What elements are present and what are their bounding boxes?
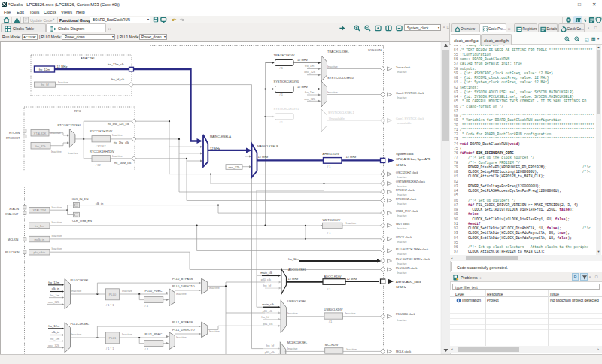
svg-text:12 MHz: 12 MHz bbox=[57, 65, 68, 68]
svg-text:XTAL32M: XTAL32M bbox=[32, 208, 46, 212]
svg-text:PLL1_BYPASS: PLL1_BYPASS bbox=[172, 320, 193, 324]
svg-text:SYSTICKCLKSEL0: SYSTICKCLKSEL0 bbox=[327, 76, 354, 80]
svg-text:fro_12m: fro_12m bbox=[48, 324, 59, 328]
svg-text:RTCXIN: RTCXIN bbox=[9, 132, 20, 135]
svg-text:fro_1m: fro_1m bbox=[35, 224, 44, 228]
svg-text:/ 4: / 4 bbox=[145, 304, 149, 308]
svg-text:MCLKDIV: MCLKDIV bbox=[325, 343, 339, 347]
svg-text:CLK_USB_EN: CLK_USB_EN bbox=[72, 219, 92, 223]
svg-text:Inactive: Inactive bbox=[397, 71, 407, 74]
svg-text:ASYNCADC_clock: ASYNCADC_clock bbox=[396, 280, 421, 284]
svg-text:/ 1: / 1 bbox=[327, 287, 331, 291]
svg-text:/ 32: / 32 bbox=[96, 163, 101, 167]
svg-text:PLUCLKIN clock: PLUCLKIN clock bbox=[396, 267, 417, 270]
svg-text:/ 1: / 1 bbox=[327, 165, 331, 168]
svg-text:RTCCLK1KHZDIV: RTCCLK1KHZDIV bbox=[90, 150, 114, 153]
svg-text:Inactive: Inactive bbox=[58, 80, 69, 84]
svg-text:Inactive: Inactive bbox=[397, 202, 407, 205]
svg-text:PLL0CLKSEL: PLL0CLKSEL bbox=[71, 278, 90, 282]
svg-text:main_clk: main_clk bbox=[260, 271, 272, 275]
svg-text:Inactive: Inactive bbox=[397, 253, 407, 256]
svg-text:Inactive: Inactive bbox=[71, 289, 83, 293]
svg-text:SYSTICKCLKDIV1: SYSTICKCLKDIV1 bbox=[274, 107, 300, 111]
svg-text:PLL1CLKSEL: PLL1CLKSEL bbox=[71, 322, 90, 326]
svg-text:rtc_1hz_clk: rtc_1hz_clk bbox=[114, 141, 129, 144]
svg-text:PLL1_PDEC: PLL1_PDEC bbox=[145, 332, 163, 336]
svg-text:/ 4: / 4 bbox=[145, 347, 149, 351]
svg-text:osc_32k: osc_32k bbox=[48, 344, 59, 347]
svg-text:Inactive: Inactive bbox=[346, 221, 357, 225]
svg-text:Inactive: Inactive bbox=[176, 335, 187, 339]
svg-text:Inactive: Inactive bbox=[397, 262, 407, 265]
svg-text:fro_1m: fro_1m bbox=[305, 64, 315, 68]
svg-text:PLU GLITCH 12MHz clock: PLU GLITCH 12MHz clock bbox=[396, 258, 430, 261]
svg-text:MAINCLKSELB: MAINCLKSELB bbox=[257, 144, 278, 148]
svg-text:/ 32767: / 32767 bbox=[96, 144, 106, 148]
svg-text:Inactive: Inactive bbox=[287, 347, 299, 350]
svg-text:Inactive: Inactive bbox=[71, 332, 83, 336]
svg-text:/ 1: / 1 bbox=[280, 120, 284, 124]
svg-text:osc_32k: osc_32k bbox=[304, 70, 315, 74]
svg-text:/ 1 * 1: / 1 * 1 bbox=[106, 347, 114, 350]
svg-text:Inactive: Inactive bbox=[51, 150, 62, 153]
svg-text:UTICK clock: UTICK clock bbox=[396, 236, 412, 239]
svg-text:/ 1: / 1 bbox=[280, 66, 284, 70]
svg-text:CPU, AHB bus, Sync APB: CPU, AHB bus, Sync APB bbox=[396, 157, 431, 161]
svg-text:ANACTRL: ANACTRL bbox=[81, 56, 96, 60]
svg-text:Inactive: Inactive bbox=[112, 133, 123, 137]
svg-text:pll0_clk: pll0_clk bbox=[263, 309, 272, 313]
svg-text:clk_in: clk_in bbox=[52, 287, 59, 290]
svg-text:PLL0: PLL0 bbox=[109, 293, 117, 296]
svg-text:CLK_IN_EN: CLK_IN_EN bbox=[72, 197, 89, 201]
svg-text:Inactive: Inactive bbox=[397, 271, 407, 275]
svg-text:TRACECLKDIV: TRACECLKDIV bbox=[274, 53, 295, 57]
svg-text:Inactive: Inactive bbox=[52, 205, 63, 209]
svg-text:fro_1m: fro_1m bbox=[50, 337, 60, 341]
svg-text:Inactive: Inactive bbox=[327, 65, 339, 68]
svg-text:XTAL32K: XTAL32K bbox=[34, 132, 47, 135]
svg-text:ADCCLKDIV: ADCCLKDIV bbox=[324, 275, 342, 278]
svg-text:Inactive: Inactive bbox=[52, 234, 63, 238]
svg-text:plu_clkin: plu_clkin bbox=[33, 250, 45, 254]
svg-text:SYSTICKCLKDIV0: SYSTICKCLKDIV0 bbox=[274, 80, 300, 83]
svg-text:fro_12m: fro_12m bbox=[39, 68, 50, 71]
svg-text:SYSCON: SYSCON bbox=[368, 48, 382, 52]
svg-text:Inactive: Inactive bbox=[52, 247, 63, 250]
svg-text:Inactive: Inactive bbox=[397, 193, 407, 196]
svg-text:12 MHz: 12 MHz bbox=[297, 85, 308, 89]
svg-text:PLL0_BYPASS: PLL0_BYPASS bbox=[172, 277, 193, 281]
svg-text:12 MHz: 12 MHz bbox=[258, 155, 269, 159]
svg-text:pll1_clk: pll1_clk bbox=[263, 322, 272, 326]
svg-text:XTALIN: XTALIN bbox=[9, 208, 19, 211]
svg-text:MCLK clock: MCLK clock bbox=[396, 350, 411, 353]
svg-text:WDTCLKDIV: WDTCLKDIV bbox=[323, 218, 341, 222]
svg-text:/ 1: / 1 bbox=[280, 93, 284, 96]
svg-text:main_clk: main_clk bbox=[262, 302, 274, 306]
svg-text:XTALOUT: XTALOUT bbox=[5, 213, 19, 216]
svg-text:MCLKIN: MCLKIN bbox=[8, 238, 19, 241]
svg-text:Inactive: Inactive bbox=[397, 96, 407, 99]
svg-text:TRACECLKSEL: TRACECLKSEL bbox=[327, 50, 350, 53]
svg-text:/ 1: / 1 bbox=[329, 320, 333, 323]
svg-text:SYSTICKCLKSEL1: SYSTICKCLKSEL1 bbox=[328, 111, 354, 114]
svg-text:12 MHz: 12 MHz bbox=[347, 277, 357, 281]
svg-text:Inactive: Inactive bbox=[209, 286, 220, 290]
svg-text:Inactive: Inactive bbox=[397, 319, 407, 322]
svg-text:RTC: RTC bbox=[74, 109, 81, 113]
svg-text:12 MHz: 12 MHz bbox=[396, 285, 406, 289]
svg-text:clk_in: clk_in bbox=[96, 202, 103, 205]
svg-text:PLU GLITCH 1MHz clock: PLU GLITCH 1MHz clock bbox=[396, 248, 428, 251]
svg-text:Trace clock: Trace clock bbox=[396, 66, 410, 69]
svg-text:RTC1KHZ clock: RTC1KHZ clock bbox=[396, 198, 416, 201]
svg-text:/ 1: / 1 bbox=[327, 231, 331, 235]
svg-text:RTCCLK1HZDIV: RTCCLK1HZDIV bbox=[90, 129, 112, 133]
svg-text:osc_32k: osc_32k bbox=[304, 97, 315, 101]
svg-text:12 MHz: 12 MHz bbox=[396, 163, 406, 167]
svg-text:Inactive: Inactive bbox=[397, 185, 407, 188]
svg-text:Inactive: Inactive bbox=[122, 289, 133, 293]
svg-text:Inactive: Inactive bbox=[209, 329, 220, 333]
svg-text:USB0CLKSEL: USB0CLKSEL bbox=[287, 299, 308, 303]
svg-text:rtc_1khz_clk: rtc_1khz_clk bbox=[114, 161, 131, 165]
svg-text:12 MHz: 12 MHz bbox=[288, 277, 299, 281]
svg-text:Inactive: Inactive bbox=[345, 311, 357, 315]
